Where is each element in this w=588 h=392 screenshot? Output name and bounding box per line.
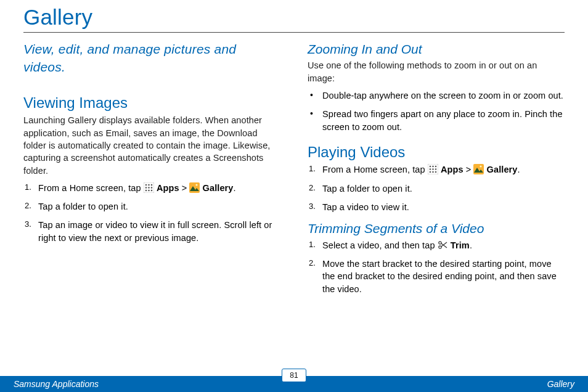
svg-point-25 [480, 166, 482, 168]
viewing-images-steps: From a Home screen, tap Apps > Gallery. … [23, 182, 280, 244]
page-title: Gallery [23, 5, 565, 32]
apps-label: Apps [157, 183, 179, 193]
step-text: Select a video, and then tap [322, 240, 438, 250]
svg-rect-10 [189, 182, 200, 193]
svg-point-22 [435, 171, 437, 173]
list-item: Tap a folder to open it. [23, 200, 280, 213]
svg-point-8 [148, 190, 150, 192]
page-footer: Samsung Applications 81 Gallery [0, 376, 588, 392]
step-post: . [233, 183, 235, 193]
apps-label: Apps [441, 165, 463, 174]
svg-point-7 [145, 190, 147, 192]
svg-point-9 [151, 190, 153, 192]
svg-point-16 [435, 166, 437, 168]
apps-icon [144, 182, 154, 193]
gt-separator: > [463, 165, 474, 174]
svg-point-5 [148, 187, 150, 189]
step-post: . [470, 240, 472, 250]
list-item: Tap an image or video to view it in full… [23, 219, 280, 244]
list-item: Spread two fingers apart on any place to… [308, 108, 565, 133]
svg-point-1 [145, 184, 147, 186]
heading-zooming: Zooming In and Out [308, 40, 565, 58]
svg-point-3 [151, 184, 153, 186]
svg-point-17 [430, 169, 431, 171]
list-item: From a Home screen, tap Apps > Gallery. [23, 182, 280, 194]
zoom-bullets: Double-tap anywhere on the screen to zoo… [308, 89, 565, 133]
right-column: Zooming In and Out Use one of the follow… [308, 40, 565, 301]
list-item: Move the start bracket to the desired st… [308, 258, 565, 295]
svg-point-6 [151, 187, 153, 189]
svg-rect-23 [473, 164, 484, 174]
body-viewing-images: Launching Gallery displays available fol… [23, 114, 280, 176]
scissors-icon [438, 240, 448, 250]
svg-point-15 [432, 166, 434, 168]
playing-videos-steps: From a Home screen, tap Apps > Gallery. … [308, 163, 565, 213]
list-item: From a Home screen, tap Apps > Gallery. [308, 163, 565, 176]
list-item: Select a video, and then tap Trim. [308, 239, 565, 251]
gallery-label: Gallery [203, 183, 234, 193]
section-subtitle: View, edit, and manage pictures and vide… [23, 40, 280, 76]
gt-separator: > [179, 183, 190, 193]
trimming-steps: Select a video, and then tap Trim. Move … [308, 239, 565, 295]
svg-point-27 [439, 246, 441, 248]
svg-point-26 [439, 242, 441, 244]
step-text: From a Home screen, tap [322, 165, 428, 174]
heading-playing-videos: Playing Videos [308, 142, 565, 163]
page-number: 81 [290, 371, 298, 380]
svg-point-2 [148, 184, 150, 186]
page-number-badge: 81 [282, 369, 306, 382]
list-item: Tap a video to view it. [308, 201, 565, 213]
svg-point-4 [145, 187, 147, 189]
trim-label: Trim [451, 240, 470, 250]
step-post: . [517, 165, 520, 174]
svg-point-20 [430, 171, 431, 173]
svg-point-14 [430, 166, 431, 168]
apps-icon [428, 164, 438, 174]
page-content: Gallery View, edit, and manage pictures … [0, 0, 588, 301]
footer-right: Gallery [547, 379, 574, 389]
left-column: View, edit, and manage pictures and vide… [23, 40, 280, 301]
svg-point-18 [432, 169, 434, 171]
heading-viewing-images: Viewing Images [23, 92, 280, 113]
list-item: Tap a folder to open it. [308, 182, 565, 195]
step-text: From a Home screen, tap [38, 183, 144, 193]
title-rule [23, 32, 565, 33]
svg-point-12 [196, 184, 198, 186]
body-zooming: Use one of the following methods to zoom… [308, 59, 565, 84]
gallery-label: Gallery [487, 165, 518, 174]
heading-trimming: Trimming Segments of a Video [308, 219, 565, 237]
svg-point-19 [435, 169, 437, 171]
list-item: Double-tap anywhere on the screen to zoo… [308, 89, 565, 102]
two-column-layout: View, edit, and manage pictures and vide… [23, 40, 565, 301]
gallery-icon [473, 164, 484, 174]
svg-point-21 [432, 171, 434, 173]
footer-left: Samsung Applications [14, 379, 99, 389]
gallery-icon [189, 182, 200, 193]
